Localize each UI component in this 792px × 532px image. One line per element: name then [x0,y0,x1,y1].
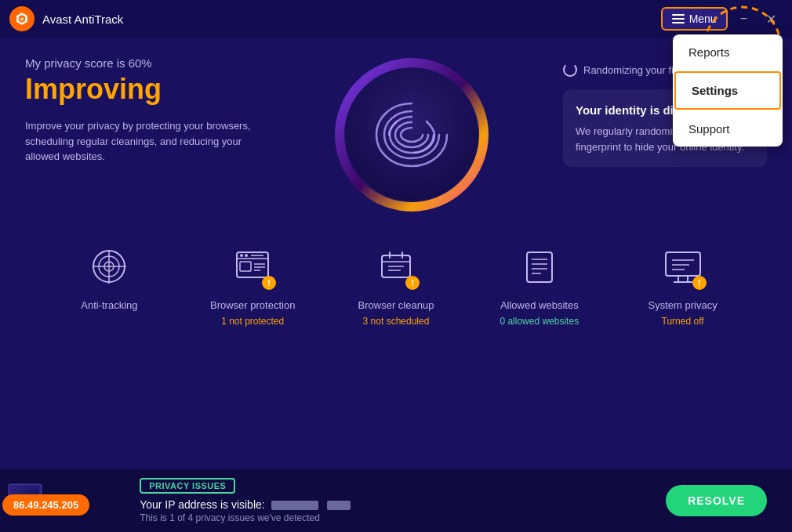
allowed-websites-icon [518,244,561,288]
svg-rect-3 [672,18,685,20]
system-privacy-warning: ! [692,276,707,290]
bottom-text-area: PRIVACY ISSUES Your IP address is visibl… [140,478,354,523]
allowed-websites-sublabel: 0 allowed websites [500,316,579,327]
titlebar: Avast AntiTrack Menu − ✕ [0,0,792,38]
svg-rect-2 [672,14,685,16]
feature-allowed-websites[interactable]: Allowed websites 0 allowed websites [485,241,594,327]
svg-rect-4 [672,22,685,24]
menu-label: Menu [689,13,717,25]
fingerprint-svg [369,92,455,178]
spin-circle-icon [563,63,577,77]
fingerprint-container [333,56,490,213]
dropdown-item-support[interactable]: Support [673,111,783,147]
dropdown-item-reports[interactable]: Reports [673,34,783,70]
system-privacy-sublabel: Turned off [662,316,704,327]
privacy-issues-badge: PRIVACY ISSUES [140,478,235,494]
svg-rect-31 [666,252,700,276]
avast-logo [9,6,35,31]
ip-address-bubble: 86.49.245.205 [2,494,89,516]
feature-browser-cleanup[interactable]: ! Browser cleanup 3 not scheduled [341,241,451,327]
menu-button[interactable]: Menu [661,7,728,31]
anti-tracking-icon [87,244,131,288]
hamburger-icon [672,14,685,24]
system-privacy-label: System privacy [648,299,718,311]
privacy-score-label: My privacy score is 60% [25,56,260,70]
features-row: Anti-tracking ! Browser protection [25,241,767,327]
ip-visible-label: Your IP address is visible: [140,498,265,511]
left-panel: My privacy score is 60% Improving Improv… [25,56,260,165]
anti-tracking-icon-box [84,241,134,291]
browser-protection-sublabel: 1 not protected [221,316,284,327]
allowed-websites-icon-box [514,241,565,291]
feature-system-privacy[interactable]: ! System privacy Turned off [628,241,738,327]
status-text: Improving [25,73,260,106]
browser-cleanup-warning: ! [405,276,420,290]
titlebar-left: Avast AntiTrack [9,6,123,31]
app-title: Avast AntiTrack [42,13,123,26]
svg-rect-16 [240,262,251,271]
ip-blur-2 [327,501,351,510]
browser-cleanup-icon-box: ! [371,241,421,291]
ip-visible-text: Your IP address is visible: [140,498,354,511]
minimize-button[interactable]: − [734,9,754,29]
top-section: My privacy score is 60% Improving Improv… [25,56,767,213]
dropdown-menu: Reports Settings Support [673,34,783,147]
fingerprint-inner [346,69,478,201]
description-text: Improve your privacy by protecting your … [25,118,260,165]
feature-browser-protection[interactable]: ! Browser protection 1 not protected [198,241,307,327]
feature-anti-tracking[interactable]: Anti-tracking [54,241,164,311]
browser-cleanup-label: Browser cleanup [358,299,434,311]
svg-point-14 [245,254,248,257]
bottom-left: 86.49.245.205 PRIVACY ISSUES Your IP add… [25,478,354,523]
close-button[interactable]: ✕ [760,9,783,30]
svg-point-13 [240,254,243,257]
svg-rect-26 [527,252,552,282]
dropdown-item-settings[interactable]: Settings [674,71,781,110]
ip-blur-1 [271,501,318,510]
system-privacy-icon-box: ! [658,241,708,291]
browser-protection-label: Browser protection [210,299,295,311]
bottom-bar: 86.49.245.205 PRIVACY ISSUES Your IP add… [0,469,792,532]
allowed-websites-label: Allowed websites [500,299,579,311]
titlebar-right: Menu − ✕ [661,7,783,31]
browser-protection-icon-box: ! [227,241,278,291]
anti-tracking-label: Anti-tracking [81,299,137,311]
ip-sub-text: This is 1 of 4 privacy issues we've dete… [140,512,354,523]
browser-cleanup-sublabel: 3 not scheduled [363,316,430,327]
resolve-button[interactable]: RESOLVE [666,485,767,516]
